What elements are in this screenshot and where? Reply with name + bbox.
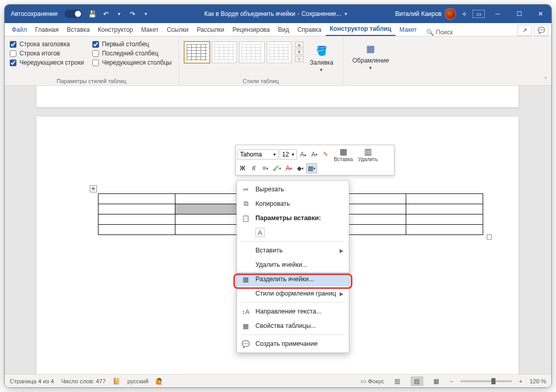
search-box[interactable]: 🔍 Поиск (426, 29, 453, 36)
share-button[interactable]: ↗ (518, 25, 532, 36)
tab-references[interactable]: Ссылки (163, 24, 192, 36)
text-direction-icon: ↕A (241, 307, 250, 316)
tab-table-layout[interactable]: Макет (395, 24, 421, 36)
paste-icon: 📋 (241, 213, 250, 223)
ctx-cut[interactable]: ✂Вырезать (237, 182, 349, 197)
mini-delete-button[interactable]: ▥Удалить (356, 147, 380, 162)
chk-last-col[interactable]: Последний столбец (92, 49, 172, 58)
mini-insert-button[interactable]: ▦Вставка (332, 147, 355, 162)
style-thumb-3[interactable] (239, 42, 265, 63)
status-words[interactable]: Число слов: 477 (61, 378, 106, 384)
tab-table-design[interactable]: Конструктор таблиц (326, 23, 395, 36)
undo-icon[interactable]: ↶ (101, 9, 111, 19)
focus-mode[interactable]: ▭ Фокус (361, 378, 384, 385)
user-area: Виталий Каиров ✧ ▭ (395, 8, 487, 19)
view-web-button[interactable]: ▦ (430, 377, 443, 386)
shrink-font-button[interactable]: A▾ (309, 149, 320, 160)
view-print-button[interactable]: ▤ (411, 377, 423, 386)
document-title: Как в Ворде объединить ячейки - Сохранен… (156, 10, 395, 17)
collapse-ribbon-icon[interactable]: ˄ (544, 76, 547, 83)
tab-layout[interactable]: Макет (137, 24, 163, 36)
zoom-slider[interactable] (461, 380, 512, 382)
chevron-right-icon: ▶ (340, 291, 344, 297)
comments-button[interactable]: 💬 (534, 25, 548, 36)
style-thumb-4[interactable] (267, 42, 292, 63)
qat-customize-icon[interactable]: ▾ (141, 9, 151, 19)
ctx-new-comment[interactable]: 💬Создать примечание (237, 337, 349, 351)
tab-home[interactable]: Главная (31, 24, 63, 36)
accessibility-icon[interactable]: 🙋 (155, 378, 163, 385)
borders-icon: ▦ (363, 42, 379, 56)
font-color-button[interactable]: A▾ (284, 163, 294, 173)
table-move-handle[interactable]: ✥ (90, 185, 97, 192)
chk-first-col[interactable]: Первый столбец (92, 40, 172, 49)
table-properties-icon: ▦ (241, 321, 250, 330)
font-name-field[interactable]: Tahoma▾ (237, 149, 279, 160)
close-button[interactable]: ✕ (530, 5, 551, 23)
ctx-insert[interactable]: Вставить▶ (237, 243, 349, 258)
ctx-delete-cells[interactable]: Удалить ячейки... (237, 258, 349, 272)
chk-header-row[interactable]: Строка заголовка (10, 40, 84, 49)
delete-table-icon: ▥ (364, 147, 372, 156)
bold-button[interactable]: Ж (237, 163, 248, 173)
grow-font-button[interactable]: A▴ (298, 149, 308, 160)
font-size-field[interactable]: 12▾ (280, 149, 297, 160)
chk-banded-rows[interactable]: Чередующиеся строки (10, 58, 84, 67)
autosave-toggle[interactable] (65, 10, 82, 18)
group-borders: ▦ Обрамление ▾ (343, 36, 398, 85)
status-language[interactable]: русский (127, 378, 148, 384)
title-bar: Автосохранение 💾 ↶ ▾ ↷ ▾ Как в Ворде объ… (5, 5, 551, 23)
shading-button[interactable]: 🪣 Заливка ▾ (306, 42, 337, 72)
chevron-right-icon: ▶ (340, 248, 344, 253)
view-read-button[interactable]: ▥ (391, 377, 404, 386)
ctx-split-cells[interactable]: ▦Разделить ячейки... (237, 272, 349, 286)
style-thumb-2[interactable] (212, 42, 237, 63)
doc-name: Как в Ворде объединить ячейки (204, 10, 295, 17)
borders-mini-button[interactable]: ▦▾ (306, 163, 317, 173)
ctx-table-properties[interactable]: ▦Свойства таблицы... (237, 319, 349, 333)
status-page[interactable]: Страница 4 из 4 (10, 378, 54, 384)
style-gallery-more[interactable]: ▴▾▿ (295, 42, 303, 62)
highlight-button[interactable]: 🖉▾ (271, 163, 283, 173)
save-icon[interactable]: 💾 (87, 9, 97, 19)
tab-insert[interactable]: Вставка (63, 24, 94, 36)
redo-icon[interactable]: ↷ (127, 9, 137, 19)
format-painter-button[interactable]: ✎ (321, 149, 331, 160)
zoom-out-button[interactable]: − (450, 378, 453, 384)
shading-mini-button[interactable]: ◆▾ (295, 163, 305, 173)
split-cells-icon: ▦ (241, 275, 250, 284)
ctx-paste-option-1[interactable]: A (237, 225, 349, 240)
ribbon-display-icon[interactable]: ▭ (472, 10, 485, 18)
ctx-border-styles[interactable]: Стили оформления границ▶ (237, 286, 349, 301)
ctx-text-direction[interactable]: ↕AНаправление текста... (237, 304, 349, 319)
context-menu: ✂Вырезать ⧉Копировать 📋Параметры вставки… (236, 180, 349, 353)
undo-dropdown-icon[interactable]: ▾ (114, 9, 124, 19)
avatar[interactable] (445, 8, 456, 19)
tab-file[interactable]: Файл (8, 24, 31, 36)
page-prev (36, 86, 519, 107)
italic-button[interactable]: К (249, 163, 259, 173)
zoom-level[interactable]: 120 % (529, 378, 546, 384)
minimize-button[interactable]: ─ (487, 5, 508, 23)
style-thumb-1[interactable] (184, 42, 210, 63)
group-label-options: Параметры стилей таблиц (10, 77, 173, 84)
spellcheck-icon[interactable]: 📔 (113, 378, 120, 385)
tab-review[interactable]: Рецензирова (228, 24, 274, 36)
title-dropdown-icon[interactable]: ▾ (345, 11, 347, 16)
chk-banded-cols[interactable]: Чередующиеся столбцы (92, 58, 172, 67)
coming-soon-icon[interactable]: ✧ (459, 9, 469, 19)
align-button[interactable]: ≡▾ (260, 163, 270, 173)
borders-button[interactable]: ▦ Обрамление ▾ (348, 40, 393, 70)
quick-access-toolbar: 💾 ↶ ▾ ↷ ▾ (82, 9, 156, 19)
maximize-button[interactable]: ☐ (508, 5, 530, 23)
tab-mailings[interactable]: Рассылки (192, 24, 228, 36)
tab-help[interactable]: Справка (293, 24, 326, 36)
tab-view[interactable]: Вид (274, 24, 293, 36)
zoom-in-button[interactable]: + (519, 378, 523, 384)
tab-design[interactable]: Конструктор (94, 24, 137, 36)
document-area: ✥ Tahoma▾ 12▾ A▴ A▾ ✎ ▦Вставка ▥Удалить (5, 86, 551, 374)
chk-total-row[interactable]: Строка итогов (10, 49, 84, 58)
ctx-copy[interactable]: ⧉Копировать (237, 197, 349, 211)
mini-toolbar: Tahoma▾ 12▾ A▴ A▾ ✎ ▦Вставка ▥Удалить Ж … (235, 145, 394, 175)
table-resize-handle[interactable] (487, 234, 492, 240)
